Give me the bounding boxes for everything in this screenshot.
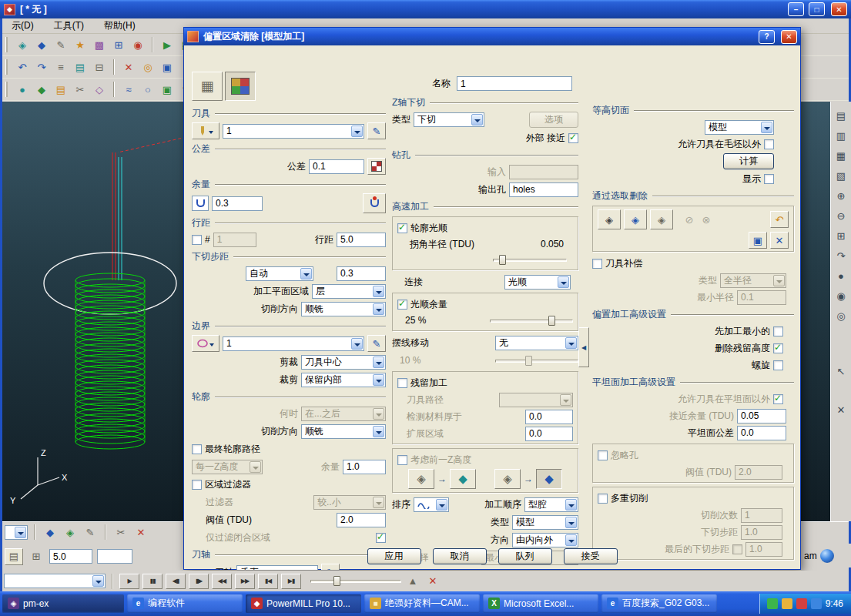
taskbar-item-powermill[interactable]: ◆ PowerMILL Pro 10... (246, 594, 361, 613)
dialog-close-button[interactable]: ✕ (781, 30, 797, 44)
toolaxis-edit-button[interactable]: ✎ (321, 564, 340, 570)
toolbar-icon[interactable]: ▣ (159, 81, 176, 98)
undo-button[interactable]: ↶ (770, 211, 789, 228)
expand-area-field[interactable]: 0.0 (525, 427, 573, 441)
trim-combobox[interactable]: 刀具中心 (301, 355, 386, 370)
trochoidal-combobox[interactable]: 无 (495, 336, 578, 350)
mini-combobox[interactable] (5, 525, 28, 540)
toolbar-icon[interactable]: ≡ (52, 59, 69, 75)
view-front-icon[interactable]: ▥ (833, 128, 849, 143)
profile-smoothing-checkbox[interactable] (397, 223, 407, 233)
cursor-icon[interactable]: ↖ (833, 363, 849, 379)
closed-only-checkbox[interactable] (376, 533, 386, 543)
view-top-icon[interactable]: ▦ (833, 148, 849, 163)
combo-arrow-icon[interactable] (373, 374, 384, 386)
cut-direction-combobox[interactable]: 顺铣 (301, 302, 386, 316)
delete-region-button[interactable]: ◈ (624, 209, 647, 229)
wireframe-view-icon[interactable]: ◉ (833, 288, 849, 303)
delete-slice-button[interactable]: ◈ (598, 209, 621, 229)
stock-field[interactable]: 0.3 (212, 196, 263, 211)
play-button[interactable]: ▶ (119, 574, 139, 589)
simulation-combobox[interactable] (4, 574, 106, 588)
model-type-combobox[interactable]: 模型 (512, 515, 578, 530)
remove-cusp-checkbox[interactable] (773, 343, 783, 353)
combo-arrow-icon[interactable] (373, 286, 384, 297)
stock-options-button[interactable] (363, 193, 386, 213)
toolbar-icon[interactable]: ⊞ (110, 36, 127, 53)
smoothing-slider[interactable] (490, 315, 573, 326)
zoom-in-icon[interactable]: ⊕ (833, 188, 849, 203)
threshold-field[interactable]: 2.0 (337, 513, 386, 527)
sort-icon-dropdown[interactable] (414, 497, 449, 512)
view-right-icon[interactable]: ▧ (833, 168, 849, 183)
toolbar-grip[interactable] (5, 59, 8, 75)
tool-compensation-checkbox[interactable] (592, 259, 602, 269)
toolbar-icon[interactable]: ◇ (91, 81, 108, 98)
z-stack2-icon-button[interactable]: ◈ (494, 469, 521, 489)
refresh-view-icon[interactable]: ↷ (833, 248, 849, 263)
boundary-combobox[interactable]: 1 (223, 336, 364, 351)
bottom-icon[interactable]: ◈ (62, 524, 79, 541)
combo-arrow-icon[interactable] (565, 337, 577, 349)
delete-icon[interactable]: ✕ (132, 524, 149, 541)
stepdown-field[interactable]: 0.3 (337, 266, 386, 281)
toolbar-icon[interactable]: ▤ (52, 81, 69, 98)
toolbar-icon[interactable]: ★ (72, 36, 89, 53)
z-single-icon-button[interactable]: ◆ (450, 469, 476, 489)
tool-icon-dropdown[interactable] (192, 122, 219, 139)
go-start-button[interactable]: ▮◀ (258, 574, 278, 589)
links-combobox[interactable]: 光顺 (504, 275, 571, 290)
boundary-edit-button[interactable]: ✎ (367, 335, 386, 352)
toolbar-icon[interactable]: ↶ (14, 59, 31, 75)
ignore-holes-checkbox[interactable] (598, 450, 608, 460)
tolerance-options-button[interactable] (367, 158, 386, 175)
close-button[interactable]: ✕ (831, 2, 847, 16)
toolbar-icon[interactable]: ◆ (33, 36, 50, 53)
step-forward-button[interactable]: ▮▶ (189, 574, 209, 589)
toolbar-icon[interactable]: ↷ (33, 59, 50, 75)
save-button[interactable]: ▣ (749, 232, 767, 249)
toolbar-icon[interactable]: ✎ (52, 36, 69, 53)
flat-tolerance-field[interactable]: 0.0 (737, 426, 786, 440)
combo-arrow-icon[interactable] (565, 517, 577, 528)
tray-network-icon[interactable] (811, 598, 822, 609)
view-iso-icon[interactable]: ▤ (833, 108, 849, 123)
smallest-first-checkbox[interactable] (773, 326, 783, 336)
panel-collapse-button[interactable]: ◀ (578, 327, 589, 367)
show-checkbox[interactable] (764, 174, 774, 184)
combo-arrow-icon[interactable] (351, 338, 363, 350)
toolbar-icon[interactable]: ▶ (159, 36, 176, 53)
combo-arrow-icon[interactable] (558, 276, 569, 288)
combo-arrow-icon[interactable] (373, 357, 384, 368)
shaded-view-icon[interactable]: ● (833, 268, 849, 283)
slider-track[interactable] (490, 320, 573, 323)
direction-combobox[interactable]: 由内向外 (512, 533, 578, 547)
machining-order-combobox[interactable]: 型腔 (524, 497, 578, 512)
tool-combobox[interactable]: 1 (223, 124, 364, 139)
allow-flat-checkbox[interactable] (773, 394, 783, 404)
detect-thicker-field[interactable]: 0.0 (525, 410, 573, 424)
combo-arrow-icon[interactable] (565, 499, 577, 511)
bottom-icon[interactable]: ✎ (82, 524, 99, 541)
combo-arrow-icon[interactable] (300, 268, 312, 280)
taskbar-item-baidu[interactable]: e 百度搜索_G02 G03... (601, 594, 717, 613)
area-filter-checkbox[interactable] (192, 480, 202, 490)
toolbar-icon[interactable]: ◎ (139, 59, 156, 75)
discard-button[interactable]: ✕ (770, 232, 789, 249)
toolbar-icon[interactable]: ▩ (91, 36, 108, 53)
combo-arrow-icon[interactable] (92, 575, 104, 587)
multi-cut-checkbox[interactable] (598, 494, 608, 504)
toolbar-grip[interactable] (5, 37, 8, 52)
toolbar-icon[interactable]: ● (14, 81, 31, 98)
apply-button[interactable]: 应用 (367, 548, 421, 564)
restore-button[interactable]: □ (809, 2, 825, 16)
eject-icon[interactable]: ▲ (404, 573, 421, 590)
toolbar-icon[interactable]: ✂ (72, 81, 89, 98)
dialog-help-button[interactable]: ? (759, 30, 775, 44)
toolbar-grip[interactable] (5, 82, 8, 97)
tray-alert-icon[interactable] (782, 598, 792, 609)
close-sim-icon[interactable]: ✕ (424, 573, 441, 590)
previous-z-checkbox[interactable] (397, 455, 407, 465)
z-single2-icon-button[interactable]: ◆ (536, 469, 562, 489)
cancel-button[interactable]: 取消 (433, 548, 487, 564)
